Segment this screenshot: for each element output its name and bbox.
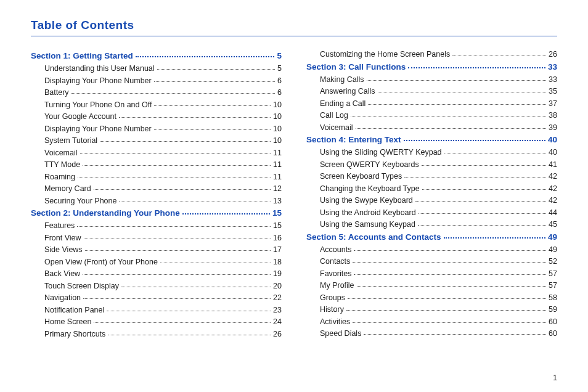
item-page: 58 [549, 293, 557, 302]
leader-dots [83, 298, 271, 299]
toc-item[interactable]: TTY Mode 11 [31, 160, 282, 169]
item-page: 60 [549, 329, 557, 338]
toc-section[interactable]: Section 2: Understanding Your Phone 15 [31, 208, 282, 218]
leader-dots [419, 213, 546, 214]
item-label: Screen Keyboard Types [320, 172, 402, 181]
item-label: Displaying Your Phone Number [44, 76, 152, 85]
toc-item[interactable]: Navigation 22 [31, 293, 282, 302]
toc-item[interactable]: Open View (Front) of Your Phone 18 [31, 258, 282, 266]
leader-dots [94, 189, 271, 190]
item-page: 44 [549, 208, 557, 217]
item-label: Roaming [44, 173, 75, 181]
item-label: Ending a Call [320, 99, 365, 108]
toc-item[interactable]: Voicemail 39 [306, 123, 557, 132]
toc-item[interactable]: Displaying Your Phone Number 10 [31, 125, 282, 133]
toc-item[interactable]: Memory Card 12 [31, 184, 282, 193]
item-page: 10 [273, 125, 282, 133]
leader-dots [108, 335, 271, 335]
leader-dots [154, 129, 271, 130]
toc-item[interactable]: My Profile 57 [306, 281, 557, 290]
item-page: 45 [549, 220, 557, 229]
toc-item[interactable]: Home Screen 24 [31, 317, 282, 326]
section-page: 33 [548, 62, 557, 71]
toc-item[interactable]: Changing the Keyboard Type 42 [306, 184, 557, 193]
leader-dots [356, 128, 547, 129]
toc-item[interactable]: Touch Screen Display 20 [31, 282, 282, 290]
toc-item[interactable]: Screen Keyboard Types 42 [306, 172, 557, 181]
item-page: 18 [273, 258, 282, 266]
toc-item[interactable]: Turning Your Phone On and Off 10 [31, 100, 282, 109]
toc-item[interactable]: Primary Shortcuts 26 [31, 330, 282, 338]
item-label: Displaying Your Phone Number [44, 125, 152, 133]
toc-item[interactable]: Roaming 11 [31, 173, 282, 181]
leader-dots [351, 116, 546, 116]
toc-item[interactable]: Groups 58 [306, 293, 557, 302]
toc-item[interactable]: Understanding this User Manual 5 [31, 64, 282, 73]
leader-dots [84, 239, 271, 239]
item-page: 22 [273, 293, 282, 302]
toc-item[interactable]: Speed Dials 60 [306, 329, 557, 338]
toc-item[interactable]: Front View 16 [31, 234, 282, 242]
toc-item[interactable]: Your Google Account 10 [31, 112, 282, 121]
toc-item[interactable]: Contacts 52 [306, 257, 557, 266]
toc-item[interactable]: Accounts 49 [306, 245, 557, 254]
section-label: Section 5: Accounts and Contacts [306, 232, 441, 242]
toc-item[interactable]: Making Calls 33 [306, 75, 557, 84]
toc-item[interactable]: Displaying Your Phone Number 6 [31, 76, 282, 85]
item-label: Touch Screen Display [44, 282, 119, 290]
item-page: 37 [549, 99, 557, 108]
leader-dots [94, 322, 271, 323]
section-page: 49 [548, 232, 557, 242]
toc-item[interactable]: Using the Sliding QWERTY Keypad 40 [306, 148, 557, 157]
toc-item[interactable]: Favorites 57 [306, 269, 557, 278]
toc-item[interactable]: Side Views 17 [31, 245, 282, 254]
toc-item[interactable]: Call Log 38 [306, 111, 557, 120]
item-page: 19 [273, 269, 282, 278]
toc-item[interactable]: Features 15 [31, 221, 282, 230]
toc-item[interactable]: Battery 6 [31, 88, 282, 97]
item-label: System Tutorial [44, 136, 97, 145]
item-page: 6 [277, 76, 282, 85]
left-column: Section 1: Getting Started 5Understandin… [31, 50, 282, 341]
section-page: 5 [277, 51, 282, 60]
toc-item[interactable]: System Tutorial 10 [31, 136, 282, 145]
toc-item[interactable]: Screen QWERTY Keyboards 41 [306, 160, 557, 169]
toc-item[interactable]: Customizing the Home Screen Panels 26 [306, 50, 557, 59]
item-page: 10 [273, 100, 282, 109]
item-label: Making Calls [320, 75, 364, 84]
toc-section[interactable]: Section 3: Call Functions 33 [306, 62, 557, 71]
toc-section[interactable]: Section 1: Getting Started 5 [31, 51, 282, 60]
item-page: 11 [273, 149, 282, 157]
toc-section[interactable]: Section 4: Entering Text 40 [306, 135, 557, 144]
page-number: 1 [553, 374, 557, 382]
leader-dots [85, 250, 271, 251]
toc-item[interactable]: Securing Your Phone 13 [31, 197, 282, 205]
toc-item[interactable]: Voicemail 11 [31, 149, 282, 157]
toc-item[interactable]: Answering Calls 35 [306, 87, 557, 96]
item-page: 60 [549, 317, 557, 326]
leader-dots [354, 274, 546, 275]
leader-dots [353, 322, 546, 323]
item-label: Securing Your Phone [44, 197, 116, 205]
item-page: 42 [549, 172, 557, 181]
leader-dots [119, 202, 271, 202]
item-label: Your Google Account [44, 112, 116, 121]
toc-item[interactable]: Activities 60 [306, 317, 557, 326]
toc-section[interactable]: Section 5: Accounts and Contacts 49 [306, 232, 557, 242]
toc-item[interactable]: Notification Panel 23 [31, 306, 282, 314]
toc-item[interactable]: Using the Swype Keyboard 42 [306, 196, 557, 205]
leader-dots [404, 177, 546, 178]
toc-item[interactable]: Back View 19 [31, 269, 282, 278]
item-label: Call Log [320, 111, 348, 120]
section-label: Section 1: Getting Started [31, 51, 133, 60]
leader-dots [422, 165, 546, 166]
leader-dots [80, 153, 271, 154]
toc-item[interactable]: Using the Android Keyboard 44 [306, 208, 557, 217]
toc-item[interactable]: Ending a Call 37 [306, 99, 557, 108]
toc-item[interactable]: Using the Samsung Keypad 45 [306, 220, 557, 229]
leader-dots [354, 250, 546, 251]
toc-item[interactable]: History 59 [306, 305, 557, 314]
item-label: Activities [320, 317, 350, 326]
leader-dots [348, 298, 546, 299]
item-label: Primary Shortcuts [44, 330, 105, 338]
